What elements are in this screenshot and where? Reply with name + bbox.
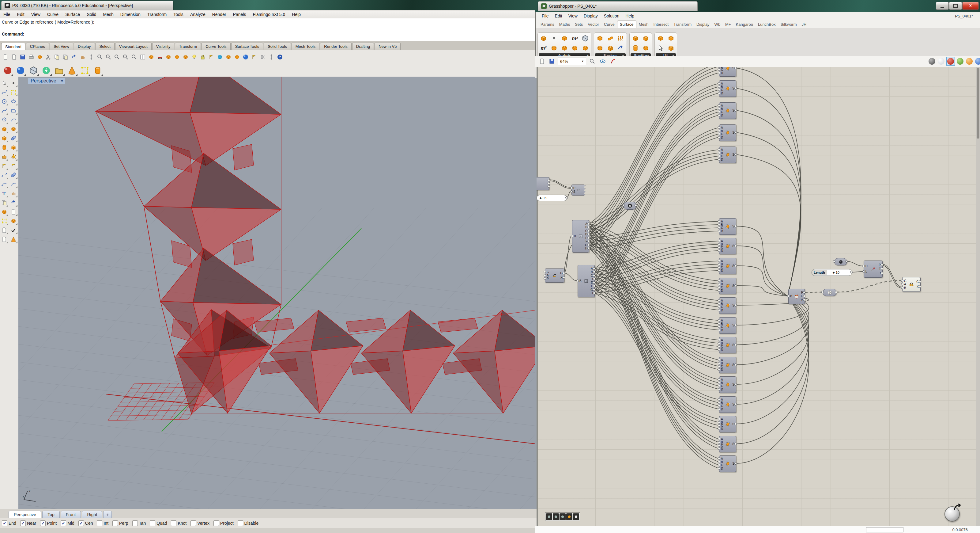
save-icon[interactable]	[548, 57, 556, 65]
output-port[interactable]	[734, 324, 737, 326]
input-port[interactable]	[718, 303, 720, 305]
osnap-disable[interactable]: Disable	[238, 520, 259, 526]
output-port[interactable]	[734, 364, 737, 366]
render-blue-icon[interactable]	[242, 53, 250, 61]
plus-tab-icon[interactable]: +	[103, 511, 112, 518]
export-down-icon[interactable]	[560, 513, 566, 520]
text-object-icon[interactable]: T	[0, 190, 8, 197]
output-port[interactable]	[881, 272, 883, 274]
arc-icon[interactable]	[10, 116, 18, 124]
input-port[interactable]	[718, 309, 720, 311]
export-icon[interactable]	[36, 53, 44, 61]
freeform-curve-icon[interactable]	[0, 107, 8, 115]
input-port[interactable]	[787, 295, 789, 297]
evaluate-surface-icon[interactable]	[560, 34, 569, 43]
dimensions-horn-icon[interactable]	[570, 43, 580, 53]
open-file-icon[interactable]	[538, 57, 546, 65]
osnap-tan[interactable]: Tan	[132, 520, 146, 526]
copy-icon[interactable]	[53, 53, 61, 61]
surface-from-grid-icon[interactable]	[0, 125, 8, 133]
rhino-title-bar[interactable]: PS_0330 (210 KB) - Rhinoceros 5.0 Educat…	[1, 1, 173, 10]
output-port[interactable]	[734, 423, 737, 425]
dock-lamp-icon[interactable]	[10, 208, 18, 216]
output-port[interactable]	[734, 265, 737, 267]
gh-tab-display[interactable]: Display	[694, 21, 712, 28]
dice-plane-icon[interactable]	[630, 34, 640, 43]
output-port[interactable]	[734, 304, 737, 306]
input-port[interactable]	[718, 447, 720, 450]
gh-tab-jh[interactable]: JH	[799, 21, 809, 28]
gh-tab-maths[interactable]: Maths	[557, 21, 573, 28]
maximize-button[interactable]	[949, 2, 962, 10]
output-port[interactable]	[547, 185, 550, 188]
gear-options-icon[interactable]	[259, 53, 267, 61]
input-port[interactable]	[718, 270, 720, 272]
input-port[interactable]	[718, 289, 720, 292]
rhino-menu-mesh[interactable]: Mesh	[100, 12, 117, 17]
osnap-point[interactable]: ✓Point	[40, 520, 57, 526]
control-point-curve-icon[interactable]	[10, 88, 18, 96]
hatch-doc-icon[interactable]	[0, 235, 8, 243]
output-port[interactable]	[803, 291, 805, 294]
linear-array-icon[interactable]	[10, 217, 18, 225]
osnap-mid[interactable]: ✓Mid	[60, 520, 75, 526]
blend-blob-icon[interactable]	[0, 171, 8, 179]
osnap-knot-checkbox[interactable]	[171, 520, 177, 526]
input-port[interactable]	[718, 72, 720, 74]
save-icon[interactable]	[19, 53, 27, 61]
gh-tab-wb[interactable]: Wb	[712, 21, 723, 28]
input-port[interactable]	[718, 249, 720, 252]
input-port[interactable]	[718, 92, 720, 94]
gh-tab-params[interactable]: Params	[538, 21, 557, 28]
surface-4pt-icon[interactable]	[595, 34, 605, 43]
output-port[interactable]	[734, 131, 737, 134]
evaluate-length-node[interactable]: CLPTt	[864, 260, 883, 278]
output-port[interactable]	[734, 67, 737, 69]
input-port[interactable]	[718, 421, 720, 424]
input-port[interactable]	[718, 283, 720, 286]
move-icon[interactable]	[87, 53, 95, 61]
output-port[interactable]	[547, 179, 550, 182]
render-blue-sphere-icon[interactable]	[15, 65, 26, 76]
isotrim-x-icon[interactable]	[549, 43, 559, 53]
input-port[interactable]	[718, 461, 720, 463]
input-port[interactable]	[901, 279, 904, 282]
gh-menu-view[interactable]: View	[565, 13, 581, 18]
output-port[interactable]	[587, 230, 590, 232]
rhino-menu-panels[interactable]: Panels	[230, 12, 250, 17]
pan-hand-icon[interactable]	[79, 53, 87, 61]
input-port[interactable]	[718, 362, 720, 364]
surface-closest-point-icon[interactable]	[549, 34, 559, 43]
output-port[interactable]	[593, 274, 595, 277]
osnap-end[interactable]: ✓End	[2, 520, 16, 526]
output-port[interactable]	[734, 462, 737, 464]
rhino-menu-transform[interactable]: Transform	[144, 12, 170, 17]
osnap-project-checkbox[interactable]	[213, 520, 219, 526]
rhino-menu-dimension[interactable]: Dimension	[117, 12, 144, 17]
gh-tab-mesh[interactable]: Mesh	[636, 21, 651, 28]
output-port[interactable]	[565, 196, 568, 199]
link-icon[interactable]	[164, 53, 172, 61]
gem-wire-icon[interactable]	[553, 513, 559, 520]
input-port[interactable]	[718, 381, 720, 384]
gh-menu-solution[interactable]: Solution	[601, 13, 623, 18]
blue-gem-icon[interactable]	[975, 57, 980, 65]
interpolate-curve-icon[interactable]	[0, 88, 8, 96]
slider-grip[interactable]: ◆	[833, 271, 835, 274]
blend-arc-icon[interactable]	[0, 180, 8, 188]
toolbar-tab-curve-tools[interactable]: Curve Tools	[202, 43, 230, 50]
slider-grip[interactable]: ◆	[539, 196, 542, 199]
osnap-int-checkbox[interactable]	[97, 520, 102, 526]
sketch-pen-icon[interactable]	[609, 57, 617, 65]
gem-shaded-icon[interactable]	[546, 513, 552, 520]
viewport-title[interactable]: Perspective ▼	[28, 78, 65, 84]
control-point-square-icon[interactable]	[79, 65, 90, 76]
osnap-point-checkbox[interactable]: ✓	[40, 520, 46, 526]
input-port[interactable]	[862, 265, 865, 267]
single-point-icon[interactable]	[10, 79, 18, 87]
output-port[interactable]	[734, 225, 737, 227]
axis-widget-icon[interactable]	[267, 53, 275, 61]
toolbar-tab-render-tools[interactable]: Render Tools	[320, 43, 351, 50]
rhino-menu-flamingo-nxt-5-0[interactable]: Flamingo nXt 5.0	[249, 12, 288, 17]
lock-icon[interactable]	[199, 53, 207, 61]
